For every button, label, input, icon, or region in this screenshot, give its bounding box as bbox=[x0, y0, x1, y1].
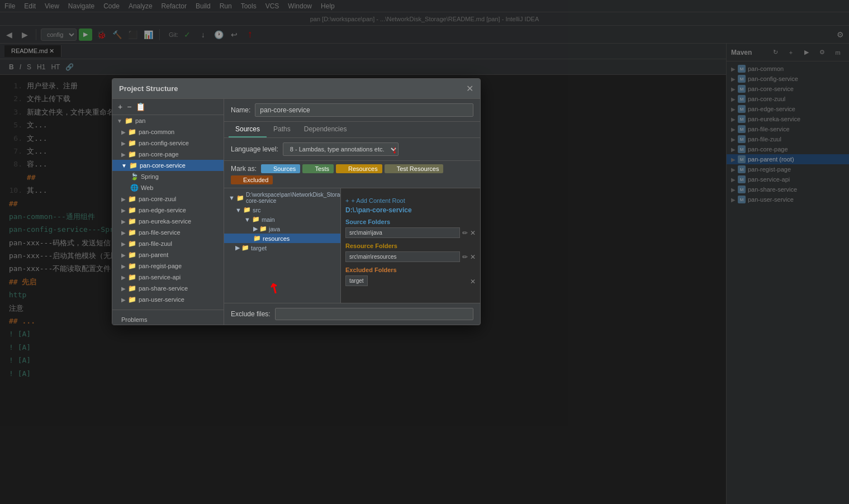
ft-item-java[interactable]: ▶ 📁 java bbox=[224, 224, 340, 234]
mark-resources-label: Resources bbox=[348, 165, 378, 172]
tree-item-web[interactable]: 🌐 Web bbox=[112, 182, 224, 193]
chevron-icon: ▶ bbox=[253, 225, 258, 232]
source-folder-remove-btn[interactable]: ✕ bbox=[470, 229, 476, 237]
tree-label: pan-core-page bbox=[139, 151, 179, 158]
tree-item-pan-core-service[interactable]: ▼ 📁 pan-core-service bbox=[112, 160, 224, 171]
ft-item-target[interactable]: ▶ 📁 target bbox=[224, 243, 340, 253]
tree-label: pan-file-service bbox=[139, 229, 181, 236]
mark-as-label: Mark as: bbox=[231, 165, 257, 173]
source-folders-label: Source Folders bbox=[345, 218, 476, 225]
mark-sources-btn[interactable]: Sources bbox=[261, 164, 300, 173]
mark-excluded-btn[interactable]: Excluded bbox=[231, 175, 273, 184]
chevron-icon: ▶ bbox=[235, 244, 240, 251]
tree-item-pan-parent[interactable]: ▶ 📁 pan-parent bbox=[112, 249, 224, 260]
tree-item-pan-core-zuul[interactable]: ▶ 📁 pan-core-zuul bbox=[112, 193, 224, 205]
ft-item-resources[interactable]: 📁 resources bbox=[224, 234, 340, 243]
project-structure-dialog: Project Structure ✕ + − 📋 ▼ 📁 pan bbox=[112, 78, 481, 325]
resource-folder-edit-btn[interactable]: ✏ bbox=[462, 253, 468, 261]
folder-icon: 📁 bbox=[252, 216, 260, 223]
excluded-folder-row: target ✕ bbox=[345, 275, 476, 287]
tree-item-pan-user[interactable]: ▶ 📁 pan-user-service bbox=[112, 294, 224, 305]
ft-label: D:\workspace\pan\NetworkDisk_Storage\pan… bbox=[246, 192, 340, 204]
tab-dependencies[interactable]: Dependencies bbox=[297, 122, 354, 137]
chevron-icon: ▶ bbox=[121, 129, 126, 135]
tree-item-pan-edge[interactable]: ▶ 📁 pan-edge-service bbox=[112, 205, 224, 216]
tree-label: Web bbox=[141, 184, 153, 191]
tree-label: pan-regist-page bbox=[139, 263, 182, 269]
file-tree[interactable]: ▼ 📁 D:\workspace\pan\NetworkDisk_Storage… bbox=[224, 188, 340, 303]
source-folder-edit-btn[interactable]: ✏ bbox=[462, 229, 468, 237]
source-folder-row: src\main\java ✏ ✕ bbox=[345, 227, 476, 238]
tree-label: pan-edge-service bbox=[139, 207, 186, 213]
mark-test-resources-btn[interactable]: Test Resources bbox=[385, 164, 444, 173]
tree-label: Spring bbox=[141, 173, 159, 180]
spring-icon: 🍃 bbox=[130, 173, 139, 180]
mark-resources-btn[interactable]: Resources bbox=[336, 164, 382, 173]
language-level-select[interactable]: 8 - Lambdas, type annotations etc. bbox=[283, 142, 399, 156]
resource-folder-remove-btn[interactable]: ✕ bbox=[470, 253, 476, 261]
ft-item-root[interactable]: ▼ 📁 D:\workspace\pan\NetworkDisk_Storage… bbox=[224, 191, 340, 205]
chevron-down-icon: ▼ bbox=[117, 118, 122, 124]
plus-icon: + bbox=[345, 197, 349, 204]
folder-resource-icon: 📁 bbox=[253, 235, 261, 242]
tree-label: pan-core-service bbox=[140, 162, 186, 169]
language-level-row: Language level: 8 - Lambdas, type annota… bbox=[224, 138, 480, 161]
folder-icon: 📁 bbox=[128, 217, 136, 225]
folder-icon: 📁 bbox=[128, 273, 136, 281]
tree-item-pan-common[interactable]: ▶ 📁 pan-common bbox=[112, 126, 224, 137]
dialog-close-btn[interactable]: ✕ bbox=[466, 83, 473, 94]
tree-item-pan-file[interactable]: ▶ 📁 pan-file-service bbox=[112, 227, 224, 238]
chevron-icon: ▶ bbox=[121, 218, 126, 225]
chevron-down-icon: ▼ bbox=[244, 216, 250, 223]
folder-icon: 📁 bbox=[128, 229, 136, 236]
tab-paths[interactable]: Paths bbox=[267, 122, 297, 137]
tree-copy-btn[interactable]: 📋 bbox=[135, 101, 146, 112]
name-input[interactable] bbox=[255, 103, 473, 117]
excluded-color-icon bbox=[235, 177, 241, 183]
folder-icon: 📁 bbox=[243, 206, 251, 213]
folder-icon: 📁 bbox=[241, 244, 249, 251]
ft-item-main[interactable]: ▼ 📁 main bbox=[224, 215, 340, 224]
tree-label: pan-file-zuul bbox=[139, 240, 172, 247]
tree-label: pan-share-service bbox=[139, 285, 188, 292]
test-resources-color-icon bbox=[389, 166, 395, 172]
dialog-overlay: Project Structure ✕ + − 📋 ▼ 📁 pan bbox=[0, 0, 849, 504]
mark-tests-btn[interactable]: Tests bbox=[302, 164, 334, 173]
ft-label: resources bbox=[263, 235, 290, 242]
tree-label: pan-service-api bbox=[139, 274, 181, 280]
tree-item-pan-share[interactable]: ▶ 📁 pan-share-service bbox=[112, 283, 224, 294]
tree-add-btn[interactable]: + bbox=[117, 101, 124, 112]
folder-icon: 📁 bbox=[128, 240, 136, 248]
chevron-icon: ▶ bbox=[121, 207, 126, 213]
tree-item-spring[interactable]: 🍃 Spring bbox=[112, 171, 224, 182]
tree-item-pan-eureka[interactable]: ▶ 📁 pan-eureka-service bbox=[112, 216, 224, 227]
folder-icon: 📁 bbox=[128, 206, 136, 214]
exclude-input[interactable] bbox=[275, 308, 473, 320]
tree-item-pan-service-api[interactable]: ▶ 📁 pan-service-api bbox=[112, 272, 224, 283]
chevron-icon: ▶ bbox=[121, 230, 126, 236]
annotation-arrow-2: ↖ bbox=[265, 279, 283, 298]
folder-icon: 📁 bbox=[129, 161, 137, 169]
tree-item-pan-file-zuul[interactable]: ▶ 📁 pan-file-zuul bbox=[112, 238, 224, 249]
tree-label: pan-user-service bbox=[139, 296, 184, 303]
tab-sources[interactable]: Sources bbox=[229, 122, 267, 137]
chevron-icon: ▶ bbox=[121, 263, 126, 269]
chevron-icon: ▶ bbox=[121, 252, 126, 258]
excluded-folders-label: Excluded Folders bbox=[345, 267, 476, 273]
mark-excluded-label: Excluded bbox=[243, 177, 268, 183]
tree-item-pan-config[interactable]: ▶ 📁 pan-config-service bbox=[112, 137, 224, 149]
folder-blue-icon: 📁 bbox=[259, 225, 267, 232]
tree-item-pan-core-page[interactable]: ▶ 📁 pan-core-page bbox=[112, 149, 224, 160]
ft-item-src[interactable]: ▼ 📁 src bbox=[224, 205, 340, 215]
folder-icon: 📁 bbox=[128, 128, 136, 136]
source-folder-path: src\main\java bbox=[345, 227, 460, 238]
folder-icon: 📁 bbox=[128, 139, 136, 147]
tree-item-pan-regist[interactable]: ▶ 📁 pan-regist-page bbox=[112, 260, 224, 272]
add-content-root-btn[interactable]: + + Add Content Root bbox=[345, 197, 476, 204]
folder-icon: 📁 bbox=[128, 296, 136, 303]
tree-item-pan[interactable]: ▼ 📁 pan bbox=[112, 115, 224, 126]
problems-item[interactable]: Problems bbox=[112, 315, 224, 325]
excluded-folder-remove-btn[interactable]: ✕ bbox=[470, 278, 476, 286]
tree-remove-btn[interactable]: − bbox=[126, 101, 132, 112]
add-content-label: + Add Content Root bbox=[351, 197, 405, 204]
